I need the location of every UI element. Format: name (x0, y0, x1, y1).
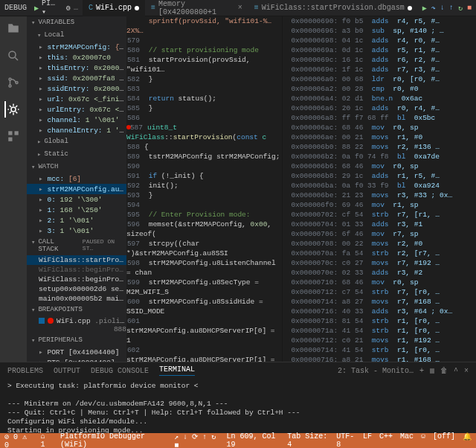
extensions-icon[interactable] (5, 128, 22, 144)
editor-tab[interactable]: ≡WiFiClass::startProvision.dbgasm (248, 0, 418, 19)
editor-tab[interactable]: CWiFi.cpp (83, 0, 145, 19)
status-item[interactable]: Mac (400, 432, 414, 448)
variable-item[interactable]: ▸ channel: 1 '\001' (27, 115, 126, 125)
status-item[interactable]: PlatformIO Debugger (WiFi) (60, 432, 167, 449)
variable-item[interactable]: ▸ thisEntry: 0x20007c8 … (27, 63, 126, 73)
watch-item[interactable]: ▸ 3: 1 '\001' (27, 225, 126, 236)
variable-item[interactable]: ▸ urlEntry: 0x67c <_fini… (27, 104, 126, 115)
svg-rect-6 (15, 131, 19, 135)
close-panel-icon[interactable]: × (464, 367, 469, 375)
svg-point-4 (11, 107, 16, 112)
variable-item[interactable]: ▸ this: 0x20007c0 (27, 52, 126, 63)
panel: PROBLEMS OUTPUT DEBUG CONSOLE TERMINAL 2… (0, 362, 476, 433)
debug-toolbar: ▶ ↷ ↓ ↑ ↻ ■ (418, 4, 476, 13)
svg-point-2 (9, 85, 11, 87)
stack-frame[interactable]: WiFiClass::beginProvisionM… (27, 275, 126, 284)
explorer-icon[interactable] (5, 21, 22, 37)
status-item[interactable]: ⌂ 1 (41, 432, 54, 449)
svg-rect-7 (8, 138, 12, 141)
debug-label: DEBUG (0, 4, 31, 12)
start-debug-icon[interactable]: ▶ (34, 4, 39, 13)
stack-frame[interactable]: WiFiClass::startProvisionM… (27, 255, 126, 265)
callstack-header[interactable]: ▾CALL STACK PAUSED ON ST… (27, 236, 126, 255)
svg-point-0 (9, 51, 16, 58)
svg-rect-5 (8, 131, 12, 135)
step-out-icon[interactable]: ↑ (449, 4, 454, 12)
status-item[interactable]: C++ (379, 432, 393, 448)
editor-tabs: CWiFi.cpp≡Memory [0x42000800+1×≡WiFiClas… (83, 0, 418, 19)
status-item[interactable]: UTF-8 (336, 432, 356, 448)
svg-point-1 (9, 78, 11, 80)
variable-item[interactable]: ▸ strM2MAPConfig: {…} (27, 42, 126, 52)
watch-item[interactable]: ▸ 2: 1 '\001' (27, 215, 126, 225)
scm-icon[interactable] (5, 74, 22, 91)
status-item[interactable]: 🔔 (463, 432, 472, 448)
new-terminal-icon[interactable]: + (419, 367, 424, 375)
status-item[interactable]: Ln 609, Col 19 (227, 432, 280, 448)
maximize-panel-icon[interactable]: ^ (454, 367, 458, 375)
variable-item[interactable]: ▸ channelEntry: 1 '\001' (27, 125, 126, 135)
peripheral-item[interactable]: ▸ PORT [0x41004400] (27, 347, 126, 357)
variable-item[interactable]: ▸ url: 0x67c <_fini+752>… (27, 94, 126, 104)
debug-console-tab[interactable]: DEBUG CONSOLE (91, 367, 149, 375)
status-bar: ⊘ 0 ⚠ 0⌂ 1PlatformIO Debugger (WiFi)↗ ↓ … (0, 433, 476, 448)
variable-item[interactable]: ▸ ssidEntry: 0x20007fa8 "… (27, 83, 126, 94)
problems-tab[interactable]: PROBLEMS (7, 367, 43, 375)
debug-config-dropdown[interactable]: PI… ▾ (42, 0, 63, 16)
global-scope[interactable]: ▸Global (27, 135, 126, 148)
stack-frame[interactable]: WiFiClass::beginProvisionM… (27, 265, 126, 275)
variable-item[interactable]: ▸ ssid: 0x20007fa8 "wifi1… (27, 73, 126, 83)
terminal-output[interactable]: > Executing task: platformio device moni… (0, 379, 476, 438)
restart-icon[interactable]: ↻ (458, 4, 463, 13)
split-terminal-icon[interactable]: ▥ (430, 366, 434, 375)
status-item[interactable]: ☺ (421, 432, 425, 448)
watch-item[interactable]: ▸ 0: 192 '\300' (27, 194, 126, 205)
status-item[interactable]: [off] (433, 432, 455, 448)
editor-tab[interactable]: ≡Memory [0x42000800+1× (145, 0, 248, 19)
status-item[interactable]: Tab Size: 4 (287, 432, 329, 448)
editor-area: sprintf(provSsid, "wifi101-%…2X%…579580 … (126, 16, 476, 362)
status-item[interactable]: ⊘ 0 ⚠ 0 (4, 432, 33, 449)
disassembly-editor[interactable]: 0x00000690: f0 b5 adds r4, r5, #… 0x0000… (283, 16, 476, 362)
chevron-icon: … (74, 4, 78, 12)
gear-icon[interactable]: ⚙ (66, 4, 71, 13)
peripherals-header[interactable]: ▾PERIPHERALS (27, 334, 126, 347)
watch-item[interactable]: ▸ mcc: [6] (27, 173, 126, 184)
terminal-tab[interactable]: TERMINAL (159, 365, 195, 376)
stop-icon[interactable]: ■ (467, 4, 472, 12)
status-item[interactable]: LF (363, 432, 372, 448)
static-scope[interactable]: ▸Static (27, 148, 126, 161)
breakpoints-header[interactable]: ▾BREAKPOINTS (27, 304, 126, 316)
debug-sidebar: ▾VARIABLES ▾Local ▸ strM2MAPConfig: {…}▸… (27, 16, 126, 362)
terminal-selector[interactable]: 2: Task - Monito… (338, 367, 414, 375)
breakpoint-item[interactable]: WiFi.cpp .piolib… 888 (27, 316, 126, 334)
source-editor[interactable]: sprintf(provSsid, "wifi101-%…2X%…579580 … (126, 16, 283, 362)
status-item[interactable]: ↗ ↓ ⟳ ↑ ↻ ■ (174, 432, 220, 449)
stack-frame[interactable]: setup00x000002d6 setup… (27, 284, 126, 294)
continue-icon[interactable]: ▶ (422, 4, 427, 13)
output-tab[interactable]: OUTPUT (54, 367, 80, 375)
variables-header[interactable]: ▾VARIABLES (27, 16, 126, 29)
watch-item[interactable]: ▸ 1: 168 '\250' (27, 205, 126, 215)
debug-icon[interactable] (4, 101, 21, 118)
watch-header[interactable]: ▾WATCH (27, 161, 126, 173)
top-bar: DEBUG ▶ PI… ▾ ⚙ … CWiFi.cpp≡Memory [0x42… (0, 0, 476, 16)
kill-terminal-icon[interactable]: 🗑 (440, 366, 448, 375)
local-scope[interactable]: ▾Local (27, 29, 126, 42)
search-icon[interactable] (5, 48, 22, 64)
activity-bar (0, 16, 27, 362)
step-over-icon[interactable]: ↷ (431, 4, 436, 13)
watch-item[interactable]: ▸ strM2MAPConfig.au8DHCPSer… (27, 184, 126, 194)
stack-frame[interactable]: main00x000005b2 main.d… (27, 294, 126, 304)
step-into-icon[interactable]: ↓ (440, 4, 445, 12)
